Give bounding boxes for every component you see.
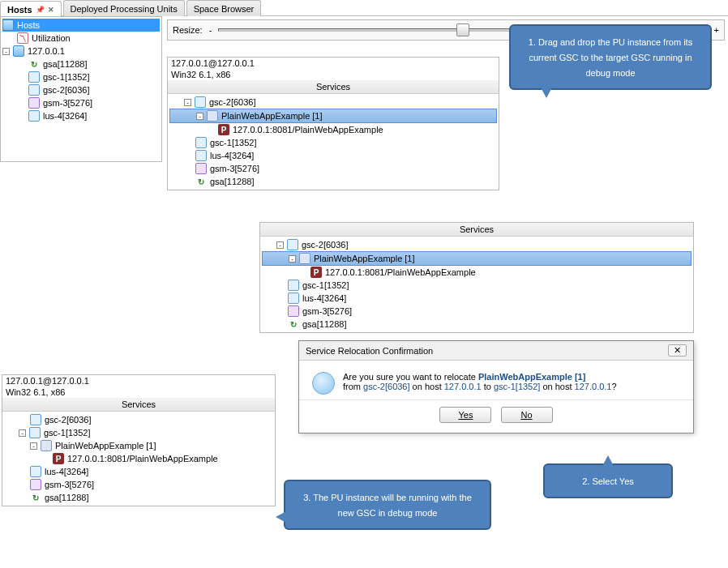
- tree-gsc2[interactable]: gsc-2[6036]: [2, 83, 160, 96]
- collapse-icon[interactable]: -: [289, 255, 296, 263]
- svc-gsc2[interactable]: -gsc-2[6036]: [262, 238, 692, 251]
- svc-url[interactable]: P127.0.0.1:8081/PlainWebAppExample: [4, 452, 273, 465]
- slider-thumb-icon[interactable]: [456, 23, 469, 36]
- tab-label: Hosts: [7, 5, 32, 15]
- gsc-icon: [287, 239, 298, 250]
- svc-label: gsa[11288]: [210, 177, 254, 186]
- callout-3: 3. The PU instance will be running with …: [284, 480, 491, 530]
- gsc-icon: [28, 71, 40, 83]
- svc-label: gsm-3[5276]: [45, 480, 94, 489]
- svc-label: gsa[11288]: [302, 319, 346, 329]
- breadcrumb: 127.0.0.1@127.0.0.1: [2, 375, 275, 386]
- tree-label: Hosts: [17, 20, 40, 30]
- svc-url[interactable]: P127.0.0.1:8081/PlainWebAppExample: [169, 123, 497, 136]
- collapse-icon[interactable]: -: [196, 113, 203, 120]
- svc-gsc2[interactable]: gsc-2[6036]: [4, 413, 273, 426]
- svc-pu[interactable]: -PlainWebAppExample [1]: [262, 251, 692, 266]
- svc-gsa[interactable]: ↻gsa[11288]: [169, 175, 497, 188]
- svc-gsc1[interactable]: gsc-1[1352]: [169, 136, 497, 149]
- svc-label: lus-4[3264]: [210, 151, 254, 160]
- close-button[interactable]: ✕: [668, 344, 687, 357]
- url-icon: P: [53, 453, 64, 464]
- pu-icon: [207, 110, 218, 122]
- gsm-icon: [195, 163, 207, 174]
- tree-label: gsc-1[1352]: [43, 72, 89, 82]
- services-header: Services: [260, 223, 693, 237]
- callout-text: 1. Drag and drop the PU instance from it…: [529, 37, 692, 78]
- breadcrumb: 127.0.0.1@127.0.0.1: [168, 58, 499, 69]
- svc-label: lus-4[3264]: [302, 293, 346, 303]
- gsc-icon: [30, 414, 41, 425]
- tab-hosts[interactable]: Hosts 📌 ✕: [0, 1, 62, 17]
- collapse-icon[interactable]: -: [2, 48, 10, 55]
- gsa-icon: ↻: [195, 176, 207, 187]
- pu-icon: [299, 253, 310, 264]
- lus-icon: [30, 466, 41, 477]
- svc-gsm[interactable]: gsm-3[5276]: [4, 478, 273, 491]
- tab-label: Deployed Processing Units: [71, 4, 178, 14]
- tab-space-browser[interactable]: Space Browser: [186, 0, 262, 16]
- svc-gsc1[interactable]: gsc-1[1352]: [262, 279, 692, 292]
- resize-minus[interactable]: -: [209, 25, 212, 35]
- tab-dpu[interactable]: Deployed Processing Units: [63, 0, 185, 16]
- tab-label: Space Browser: [194, 4, 255, 14]
- lus-icon: [28, 110, 40, 122]
- svc-label: 127.0.0.1:8081/PlainWebAppExample: [233, 125, 383, 135]
- hosts-tree: Hosts 〽 Utilization - 127.0.0.1 ↻ gsa[11…: [0, 16, 162, 162]
- collapse-icon[interactable]: -: [276, 241, 284, 249]
- resize-plus[interactable]: +: [714, 25, 719, 35]
- resize-label: Resize:: [173, 25, 203, 35]
- svc-label: 127.0.0.1:8081/PlainWebAppExample: [67, 454, 218, 463]
- svc-gsa[interactable]: ↻gsa[11288]: [4, 491, 273, 504]
- tree-utilization[interactable]: 〽 Utilization: [2, 32, 160, 45]
- gsc-icon: [29, 427, 41, 438]
- svc-gsc1[interactable]: -gsc-1[1352]: [4, 426, 273, 439]
- svc-url[interactable]: P127.0.0.1:8081/PlainWebAppExample: [262, 266, 692, 279]
- svc-lus[interactable]: lus-4[3264]: [262, 292, 692, 305]
- collapse-icon[interactable]: -: [30, 442, 37, 450]
- tab-bar: Hosts 📌 ✕ Deployed Processing Units Spac…: [0, 0, 728, 16]
- services-header: Services: [2, 398, 275, 412]
- svc-gsm[interactable]: gsm-3[5276]: [262, 305, 692, 318]
- os-info: Win32 6.1, x86: [2, 386, 275, 398]
- lus-icon: [288, 293, 299, 304]
- gsc-icon: [195, 96, 206, 108]
- callout-text: 2. Select Yes: [582, 476, 634, 486]
- dialog-title: Service Relocation Confirmation: [306, 346, 433, 356]
- svc-gsm[interactable]: gsm-3[5276]: [169, 162, 497, 175]
- gsm-icon: [30, 479, 41, 490]
- svc-label: lus-4[3264]: [45, 467, 88, 476]
- svc-gsa[interactable]: ↻gsa[11288]: [262, 318, 692, 331]
- svc-label: gsc-1[1352]: [44, 428, 90, 438]
- tree-host[interactable]: - 127.0.0.1: [2, 45, 160, 58]
- tree-root-hosts[interactable]: Hosts: [2, 19, 160, 32]
- callout-2: 2. Select Yes: [543, 463, 673, 498]
- no-button[interactable]: No: [501, 407, 553, 423]
- svc-label: gsc-2[6036]: [302, 240, 348, 250]
- svc-lus[interactable]: lus-4[3264]: [169, 149, 497, 162]
- yes-button[interactable]: Yes: [439, 407, 491, 423]
- svc-label: gsa[11288]: [45, 493, 88, 502]
- svc-pu[interactable]: -PlainWebAppExample [1]: [4, 439, 273, 452]
- dialog-message: Are you sure you want to relocate PlainW…: [343, 372, 617, 395]
- svc-gsc2[interactable]: -gsc-2[6036]: [169, 96, 497, 109]
- svc-label: PlainWebAppExample [1]: [55, 441, 156, 451]
- close-icon[interactable]: ✕: [48, 6, 54, 14]
- tree-lus[interactable]: lus-4[3264]: [2, 109, 160, 122]
- callout-1: 1. Drag and drop the PU instance from it…: [509, 24, 712, 90]
- gsa-icon: ↻: [30, 492, 41, 503]
- services-header: Services: [168, 80, 499, 94]
- svc-lus[interactable]: lus-4[3264]: [4, 465, 273, 478]
- collapse-icon[interactable]: -: [19, 429, 26, 437]
- tree-gsa[interactable]: ↻ gsa[11288]: [2, 58, 160, 70]
- collapse-icon[interactable]: -: [184, 99, 191, 106]
- tree-gsc1[interactable]: gsc-1[1352]: [2, 70, 160, 83]
- tree-gsm[interactable]: gsm-3[5276]: [2, 96, 160, 109]
- tree-label: 127.0.0.1: [28, 46, 65, 56]
- svc-label: 127.0.0.1:8081/PlainWebAppExample: [325, 267, 476, 277]
- svc-pu[interactable]: -PlainWebAppExample [1]: [169, 109, 497, 123]
- pin-icon[interactable]: 📌: [36, 6, 45, 14]
- dialog-titlebar: Service Relocation Confirmation ✕: [299, 341, 693, 361]
- tree-label: lus-4[3264]: [43, 111, 87, 121]
- svc-label: gsc-2[6036]: [209, 97, 255, 107]
